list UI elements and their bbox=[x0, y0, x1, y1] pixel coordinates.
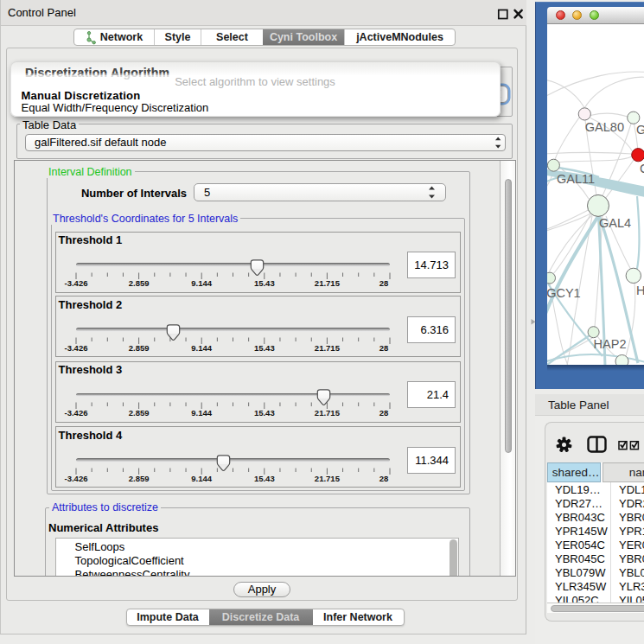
svg-text:GAL4: GAL4 bbox=[599, 216, 631, 230]
svg-text:C: C bbox=[639, 162, 644, 175]
svg-text:GCY1: GCY1 bbox=[547, 286, 581, 300]
svg-text:GAL11: GAL11 bbox=[557, 172, 595, 186]
svg-text:GAL80: GAL80 bbox=[584, 120, 623, 134]
svg-text:GA: GA bbox=[636, 123, 644, 137]
svg-text:H: H bbox=[636, 284, 644, 297]
svg-text:HAP2: HAP2 bbox=[593, 337, 626, 351]
